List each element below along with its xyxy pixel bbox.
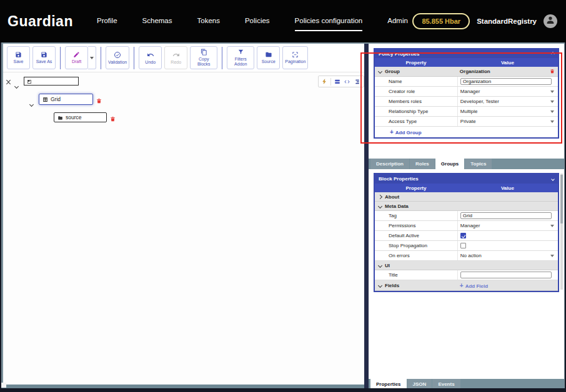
- draft-button[interactable]: Draft: [65, 46, 88, 69]
- policy-properties-panel: Policy Properties Property Value Group O…: [374, 48, 559, 139]
- tab-roles[interactable]: Roles: [410, 159, 435, 169]
- creator-role-select[interactable]: Manager: [457, 87, 558, 96]
- plus-icon: +: [390, 129, 394, 135]
- code-view-icon[interactable]: [344, 76, 350, 87]
- filters-addon-label: Filters Addon: [231, 57, 251, 66]
- undo-icon: [147, 51, 154, 59]
- draft-dropdown-button[interactable]: [88, 46, 96, 69]
- tab-description[interactable]: Description: [370, 159, 409, 169]
- stop-propagation-checkbox[interactable]: [460, 243, 466, 248]
- folder-icon: [57, 112, 63, 123]
- chevron-down-icon: [90, 57, 94, 59]
- policy-properties-header[interactable]: Policy Properties: [375, 49, 558, 58]
- main-area: Save Save As Draft: [0, 42, 566, 392]
- tree-node-source[interactable]: source: [54, 112, 107, 122]
- access-type-label: Access Type: [375, 117, 457, 126]
- fields-section-row[interactable]: Fields +Add Field: [375, 280, 558, 291]
- add-group-row: +Add Group: [375, 127, 558, 137]
- tab-events[interactable]: Events: [432, 379, 460, 389]
- copy-icon: [201, 49, 207, 56]
- delete-source-trash-icon[interactable]: [110, 114, 116, 125]
- save-button[interactable]: Save: [7, 46, 30, 69]
- hbar-balance-badge[interactable]: 85.855 Hbar: [412, 13, 470, 29]
- nav-profile[interactable]: Profile: [97, 17, 117, 26]
- title-input[interactable]: [460, 272, 552, 278]
- meta-data-section-row[interactable]: Meta Data: [375, 202, 558, 211]
- panel-divider[interactable]: [364, 44, 369, 388]
- nav-admin[interactable]: Admin: [387, 17, 408, 26]
- source-button[interactable]: Source: [257, 46, 280, 69]
- ui-section-row[interactable]: UI: [375, 261, 558, 270]
- copy-blocks-button[interactable]: Copy Blocks: [190, 46, 217, 69]
- tree-node-source-label: source: [66, 114, 82, 120]
- validation-button[interactable]: Validation: [106, 46, 129, 69]
- floppy-icon: [15, 51, 22, 58]
- avatar[interactable]: [544, 14, 557, 28]
- tab-properties[interactable]: Properties: [370, 379, 407, 389]
- chevron-down-icon: [378, 263, 382, 267]
- bottom-tabs: Properties JSON Events: [369, 379, 564, 389]
- block-properties-header[interactable]: Block Properties: [375, 174, 558, 184]
- group-value: Organization: [460, 69, 490, 74]
- folder-icon: [265, 51, 272, 58]
- undo-button[interactable]: Undo: [139, 46, 162, 69]
- block-properties-title: Block Properties: [379, 176, 419, 182]
- lightning-icon[interactable]: [322, 76, 327, 87]
- relationship-type-row: Relationship Type Multiple: [375, 107, 558, 117]
- delete-group-trash-icon[interactable]: [550, 68, 555, 76]
- chevron-right-icon: [378, 194, 382, 198]
- root-expand-chevron-icon[interactable]: [15, 79, 18, 91]
- nav-schemas[interactable]: Schemas: [142, 17, 172, 26]
- title-label: Title: [375, 270, 457, 280]
- policy-canvas: Save Save As Draft: [3, 44, 364, 385]
- nav-policies[interactable]: Policies: [245, 17, 270, 26]
- filters-addon-button[interactable]: Filters Addon: [227, 46, 254, 69]
- members-roles-select[interactable]: Developer, Tester: [457, 97, 558, 106]
- undo-label: Undo: [145, 60, 156, 65]
- nav-tokens[interactable]: Tokens: [197, 17, 220, 26]
- group-label: Group: [385, 69, 400, 74]
- relationship-type-label: Relationship Type: [375, 107, 457, 116]
- plus-icon: +: [460, 282, 464, 289]
- tab-groups[interactable]: Groups: [435, 159, 464, 169]
- default-active-label: Default Active: [375, 231, 457, 240]
- redo-button[interactable]: Redo: [164, 46, 187, 69]
- username-label: StandardRegistry: [477, 17, 537, 25]
- about-section-row[interactable]: About: [375, 192, 558, 202]
- property-column-header: Property: [375, 184, 457, 192]
- draft-split-button: Draft: [65, 46, 96, 69]
- save-as-button[interactable]: Save As: [32, 46, 56, 69]
- toolbar-divider: [101, 47, 101, 69]
- name-label: Name: [375, 77, 457, 86]
- blocks-view-icon[interactable]: [334, 76, 340, 87]
- stop-propagation-label: Stop Propagation: [375, 241, 457, 250]
- tree-view-icon[interactable]: [354, 76, 360, 87]
- fields-section-label: Fields: [385, 283, 399, 288]
- tag-input[interactable]: [460, 212, 552, 219]
- pagination-button[interactable]: Pagination: [282, 46, 308, 69]
- relationship-type-select[interactable]: Multiple: [457, 107, 558, 116]
- toolbar-divider: [60, 47, 61, 69]
- pagination-icon: [292, 51, 299, 58]
- vertical-scrollbar[interactable]: [560, 174, 563, 290]
- delete-grid-trash-icon[interactable]: [96, 96, 102, 107]
- add-field-link[interactable]: +Add Field: [460, 282, 488, 289]
- nav-policies-configuration[interactable]: Policies configuration: [295, 17, 363, 31]
- access-type-select[interactable]: Private: [457, 117, 558, 126]
- name-input[interactable]: [460, 78, 552, 85]
- default-active-checkbox[interactable]: [460, 233, 466, 238]
- tree-node-grid[interactable]: Grid: [39, 94, 93, 105]
- stop-propagation-row: Stop Propagation: [375, 241, 558, 251]
- group-row[interactable]: Group Organization: [375, 67, 558, 77]
- on-errors-select[interactable]: No action: [457, 251, 558, 260]
- tab-json[interactable]: JSON: [407, 379, 432, 389]
- tree-node-root[interactable]: [24, 77, 79, 86]
- scrollbar-handle[interactable]: [560, 175, 563, 223]
- main-nav: Profile Schemas Tokens Policies Policies…: [97, 17, 408, 26]
- collapse-all-icon[interactable]: [7, 79, 10, 86]
- permissions-select[interactable]: Manager: [457, 221, 558, 230]
- creator-role-label: Creator role: [375, 87, 457, 96]
- grid-expand-chevron-icon[interactable]: [30, 97, 33, 109]
- add-group-link[interactable]: +Add Group: [390, 129, 422, 135]
- tab-topics[interactable]: Topics: [465, 159, 492, 169]
